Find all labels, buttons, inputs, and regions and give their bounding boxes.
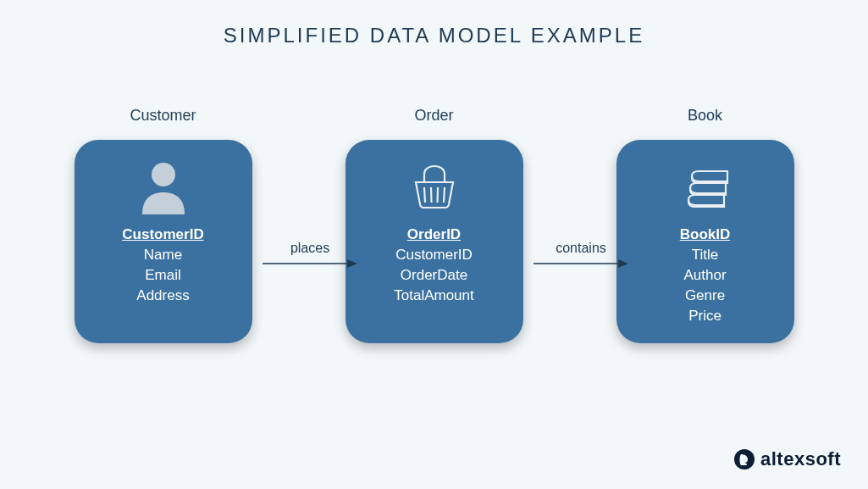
entity-box: BookID Title Author Genre Price	[616, 140, 794, 343]
attribute-pk: BookID	[680, 226, 731, 243]
diagram-title: SIMPLIFIED DATA MODEL EXAMPLE	[0, 0, 868, 47]
svg-marker-8	[618, 259, 628, 268]
entity-customer: Customer CustomerID Name Email Address	[75, 107, 252, 343]
attribute-list: CustomerID Name Email Address	[122, 226, 203, 304]
attribute: Email	[145, 267, 181, 284]
person-icon	[137, 155, 190, 219]
svg-line-3	[437, 187, 438, 203]
entity-label: Book	[688, 107, 722, 125]
svg-point-0	[152, 163, 175, 186]
diagram-container: Customer CustomerID Name Email Address O…	[0, 107, 868, 343]
attribute: CustomerID	[395, 247, 473, 264]
svg-line-1	[424, 187, 425, 203]
attribute-list: OrderID CustomerID OrderDate TotalAmount	[394, 226, 474, 304]
entity-box: CustomerID Name Email Address	[75, 140, 252, 343]
relation-label: places	[290, 241, 329, 256]
books-icon	[678, 155, 733, 219]
attribute: TotalAmount	[394, 287, 474, 304]
relation-contains: contains	[534, 241, 628, 270]
brand-name: altexsoft	[760, 448, 841, 470]
attribute: Price	[688, 308, 721, 325]
attribute: Address	[136, 287, 189, 304]
attribute-list: BookID Title Author Genre Price	[680, 226, 731, 325]
attribute: Author	[683, 267, 726, 284]
entity-label: Order	[414, 107, 453, 125]
arrow-icon	[263, 258, 357, 270]
entity-label: Customer	[130, 107, 196, 125]
svg-marker-6	[347, 259, 357, 268]
attribute: Genre	[685, 287, 725, 304]
brand-logo: altexsoft	[733, 448, 841, 470]
brand-mark-icon	[733, 448, 755, 470]
svg-line-4	[444, 187, 445, 203]
relation-places: places	[263, 241, 357, 270]
relation-label: contains	[556, 241, 606, 256]
attribute-pk: CustomerID	[122, 226, 203, 243]
attribute: Name	[144, 247, 182, 264]
entity-book: Book BookID Title Author Genre Price	[616, 107, 794, 343]
arrow-icon	[534, 258, 628, 270]
svg-line-2	[431, 187, 432, 203]
attribute: Title	[692, 247, 719, 264]
entity-box: OrderID CustomerID OrderDate TotalAmount	[346, 140, 523, 343]
attribute: OrderDate	[401, 267, 467, 284]
attribute-pk: OrderID	[407, 226, 461, 243]
entity-order: Order OrderID CustomerID OrderDate Total…	[346, 107, 523, 343]
basket-icon	[407, 155, 462, 219]
